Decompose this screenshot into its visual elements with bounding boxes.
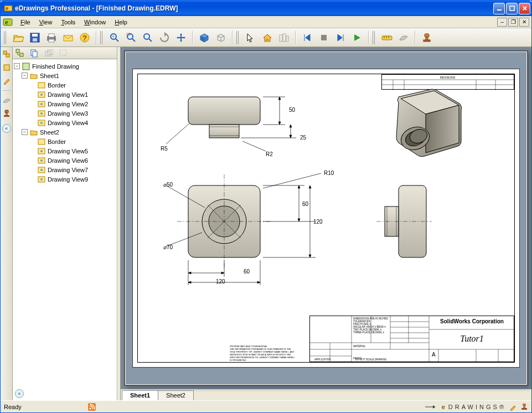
home-button[interactable] bbox=[260, 30, 275, 45]
next-button[interactable] bbox=[333, 30, 348, 45]
save-button[interactable] bbox=[27, 30, 43, 45]
tree-label: Finished Drawing bbox=[32, 63, 79, 70]
measure-button[interactable] bbox=[379, 30, 395, 45]
send-button[interactable] bbox=[60, 30, 76, 45]
tree-item[interactable]: Drawing View4 bbox=[14, 118, 116, 127]
tree-label: Border bbox=[48, 82, 66, 89]
tree-label: Drawing View5 bbox=[48, 148, 88, 154]
collapse-icon[interactable]: − bbox=[22, 129, 28, 135]
panel-collapse-icon[interactable]: « bbox=[15, 389, 24, 398]
svg-text:+: + bbox=[112, 34, 115, 39]
open-button[interactable] bbox=[11, 30, 26, 45]
drawing-canvas-area: REVISIONS bbox=[121, 47, 531, 400]
mdi-close-button[interactable]: ✕ bbox=[519, 18, 529, 27]
tree-item[interactable]: Drawing View5 bbox=[14, 146, 116, 156]
markup-pencil-icon[interactable] bbox=[2, 76, 12, 86]
sheet-tab-1[interactable]: Sheet1 bbox=[122, 390, 158, 400]
menu-window[interactable]: Window bbox=[80, 18, 110, 27]
tree-label: Drawing View7 bbox=[48, 167, 88, 173]
status-bar: Ready e DRAWINGS® bbox=[1, 400, 531, 412]
menu-help[interactable]: Help bbox=[110, 18, 132, 27]
tree-root[interactable]: − Finished Drawing bbox=[14, 61, 116, 71]
first-button[interactable] bbox=[299, 30, 315, 45]
view-icon bbox=[37, 110, 46, 117]
drawing-view-side bbox=[365, 180, 454, 274]
collapse-chevron-icon[interactable]: « bbox=[2, 124, 11, 133]
dim-label: ⌀50 bbox=[163, 182, 173, 188]
minimize-button[interactable] bbox=[493, 3, 505, 14]
title-bar: e eDrawings Professional - [Finished Dra… bbox=[1, 1, 531, 16]
collapse-icon[interactable]: − bbox=[14, 63, 20, 69]
app-icon: e bbox=[4, 4, 13, 13]
mass-icon[interactable] bbox=[2, 63, 12, 73]
svg-point-131 bbox=[89, 407, 91, 409]
pan-button[interactable] bbox=[173, 30, 189, 45]
stamp-small-icon[interactable] bbox=[2, 109, 12, 118]
zoom-area-button[interactable] bbox=[123, 30, 139, 45]
tree-item[interactable]: Border bbox=[14, 137, 116, 146]
tree-item[interactable]: Border bbox=[14, 80, 116, 90]
tree-sheet[interactable]: − Sheet2 bbox=[14, 127, 116, 137]
menu-tools[interactable]: Tools bbox=[56, 18, 80, 27]
dim-label: ⌀70 bbox=[163, 244, 173, 250]
tab-tree-icon[interactable] bbox=[15, 48, 25, 58]
toolbar-grip[interactable] bbox=[100, 31, 104, 44]
tab-config-icon[interactable] bbox=[44, 48, 54, 58]
tree-label: Drawing View1 bbox=[48, 91, 88, 98]
tree-item[interactable]: Drawing View6 bbox=[14, 156, 116, 165]
drawing-viewport[interactable]: REVISIONS bbox=[124, 50, 528, 386]
markup-button[interactable] bbox=[396, 30, 411, 45]
sheet-tab-2[interactable]: Sheet2 bbox=[158, 390, 194, 400]
tab-markup-icon[interactable] bbox=[58, 48, 68, 58]
rss-icon[interactable] bbox=[88, 403, 96, 411]
tree-label: Drawing View4 bbox=[48, 120, 88, 126]
view-icon bbox=[37, 147, 46, 155]
comment-icon[interactable] bbox=[2, 95, 12, 105]
menu-view[interactable]: View bbox=[35, 18, 57, 27]
tree-item[interactable]: Drawing View3 bbox=[14, 109, 116, 118]
wireframe-button[interactable] bbox=[213, 30, 229, 45]
titleblock-app: APPLICATION bbox=[314, 358, 330, 361]
dim-label: R10 bbox=[324, 170, 334, 176]
tree-label: Drawing View9 bbox=[48, 176, 88, 183]
window-title: eDrawings Professional - [Finished Drawi… bbox=[15, 4, 493, 12]
tree-item[interactable]: Drawing View9 bbox=[14, 174, 116, 184]
collapse-icon[interactable]: − bbox=[22, 73, 28, 79]
svg-rect-134 bbox=[523, 406, 525, 408]
rotate-button[interactable] bbox=[157, 30, 172, 45]
status-stamp-icon[interactable] bbox=[520, 403, 528, 411]
zoom-fit-button[interactable] bbox=[140, 30, 156, 45]
layers-icon[interactable] bbox=[2, 49, 12, 59]
toolbar-grip[interactable] bbox=[4, 31, 7, 44]
overview-button[interactable] bbox=[276, 30, 292, 45]
play-button[interactable] bbox=[349, 30, 365, 45]
select-button[interactable] bbox=[243, 30, 259, 45]
help-button[interactable]: ? bbox=[77, 30, 92, 45]
print-button[interactable] bbox=[44, 30, 59, 45]
mdi-minimize-button[interactable]: – bbox=[497, 18, 507, 27]
svg-point-62 bbox=[40, 159, 43, 162]
stop-button[interactable] bbox=[316, 30, 332, 45]
mdi-restore-button[interactable]: ❐ bbox=[508, 18, 518, 27]
tree-sheet[interactable]: − Sheet1 bbox=[14, 71, 116, 80]
svg-point-55 bbox=[40, 112, 43, 115]
status-pencil-icon[interactable] bbox=[509, 403, 517, 411]
svg-point-53 bbox=[40, 103, 43, 105]
menu-file[interactable]: File bbox=[16, 18, 35, 27]
tab-sheets-icon[interactable] bbox=[29, 48, 39, 58]
tree-item[interactable]: Drawing View1 bbox=[14, 90, 116, 99]
tree-item[interactable]: Drawing View2 bbox=[14, 99, 116, 109]
tree-item[interactable]: Drawing View7 bbox=[14, 165, 116, 174]
drawing-view-front bbox=[166, 91, 288, 158]
feature-tree-panel: − Finished Drawing − Sheet1 Border Drawi… bbox=[13, 47, 117, 400]
maximize-button[interactable] bbox=[506, 3, 518, 14]
zoom-in-button[interactable]: + bbox=[107, 30, 122, 45]
toolbar-grip[interactable] bbox=[236, 31, 240, 44]
shaded-button[interactable] bbox=[197, 30, 212, 45]
close-button[interactable] bbox=[519, 3, 530, 14]
toolbar-grip[interactable] bbox=[373, 31, 376, 44]
stamp-button[interactable] bbox=[419, 30, 435, 45]
left-toolbar: « bbox=[1, 47, 13, 400]
svg-rect-2 bbox=[497, 9, 502, 11]
svg-rect-32 bbox=[423, 40, 430, 42]
